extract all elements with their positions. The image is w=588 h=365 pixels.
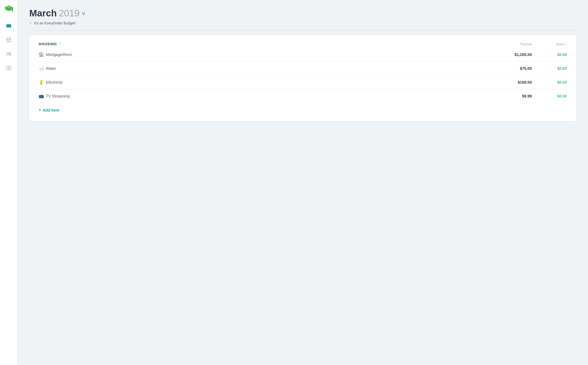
item-planned: $75.00 (493, 66, 532, 71)
item-name: Water (46, 66, 56, 71)
main-content: March 2019 ∨ ✓ It's an EveryDollar Budge… (18, 0, 588, 365)
add-item-button[interactable]: + Add Item (39, 103, 59, 114)
item-planned: $100.00 (493, 80, 532, 85)
item-label: 🏠 Mortgage/Rent (39, 52, 493, 57)
badge-text: It's an EveryDollar Budget! (34, 21, 76, 25)
item-emoji: 📺 (39, 94, 44, 99)
budget-card: HOUSING ^ Planned Spent ∨ 🏠 Mortgage/Ren… (29, 35, 576, 121)
category-header: HOUSING ^ Planned Spent ∨ (39, 42, 567, 46)
item-planned: $9.99 (493, 94, 532, 98)
add-item-label: Add Item (43, 108, 59, 112)
add-plus-icon: + (39, 108, 41, 113)
col-spent-label: Spent (556, 42, 564, 46)
item-name: Mortgage/Rent (46, 52, 71, 57)
collapse-icon[interactable]: ^ (59, 42, 61, 46)
budget-item[interactable]: 🏠 Mortgage/Rent $1,200.00 $0.00 (39, 48, 567, 62)
svg-marker-10 (8, 67, 10, 69)
budget-badge: ✓ It's an EveryDollar Budget! (29, 21, 576, 26)
item-emoji: 🛁 (39, 66, 44, 71)
month-picker-chevron[interactable]: ∨ (82, 10, 86, 16)
item-name: Electricity (46, 80, 63, 85)
item-label: 📺 TV Streaming (39, 94, 493, 99)
svg-point-8 (9, 52, 11, 54)
item-spent: $0.00 (532, 52, 567, 57)
category-title-area: HOUSING ^ (39, 42, 493, 46)
sidebar-item-box[interactable] (5, 36, 13, 44)
title-month: March (29, 8, 57, 19)
check-icon: ✓ (29, 21, 33, 26)
item-emoji: 💡 (39, 80, 44, 85)
svg-rect-4 (7, 25, 11, 28)
title-year: 2019 (59, 8, 80, 19)
item-name: TV Streaming (46, 94, 70, 98)
svg-rect-5 (7, 24, 11, 25)
app-logo[interactable] (4, 4, 14, 14)
budget-item[interactable]: 💡 Electricity $100.00 $0.00 (39, 76, 567, 89)
item-planned: $1,200.00 (493, 52, 532, 57)
sidebar (0, 0, 18, 365)
spent-sort-chevron: ∨ (565, 43, 567, 46)
item-spent: $0.00 (532, 66, 567, 71)
col-spent-header[interactable]: Spent ∨ (532, 42, 567, 46)
sidebar-item-budget[interactable] (5, 22, 13, 30)
sidebar-item-video[interactable] (5, 64, 13, 72)
svg-rect-6 (7, 38, 11, 42)
page-title: March 2019 ∨ (29, 8, 576, 19)
header-divider (29, 30, 576, 30)
item-spent: $0.00 (532, 80, 567, 85)
budget-item[interactable]: 🛁 Water $75.00 $0.00 (39, 62, 567, 76)
item-label: 💡 Electricity (39, 80, 493, 85)
svg-point-3 (12, 10, 13, 12)
item-emoji: 🏠 (39, 52, 44, 57)
page-header: March 2019 ∨ ✓ It's an EveryDollar Budge… (29, 8, 576, 26)
item-spent: $0.00 (532, 94, 567, 98)
item-label: 🛁 Water (39, 66, 493, 71)
budget-items-list: 🏠 Mortgage/Rent $1,200.00 $0.00 🛁 Water … (39, 48, 567, 103)
sidebar-item-users[interactable] (5, 50, 13, 58)
budget-item[interactable]: 📺 TV Streaming $9.99 $0.00 (39, 89, 567, 103)
category-name: HOUSING (39, 42, 57, 46)
svg-point-7 (7, 52, 9, 54)
col-planned-header: Planned (493, 42, 532, 46)
